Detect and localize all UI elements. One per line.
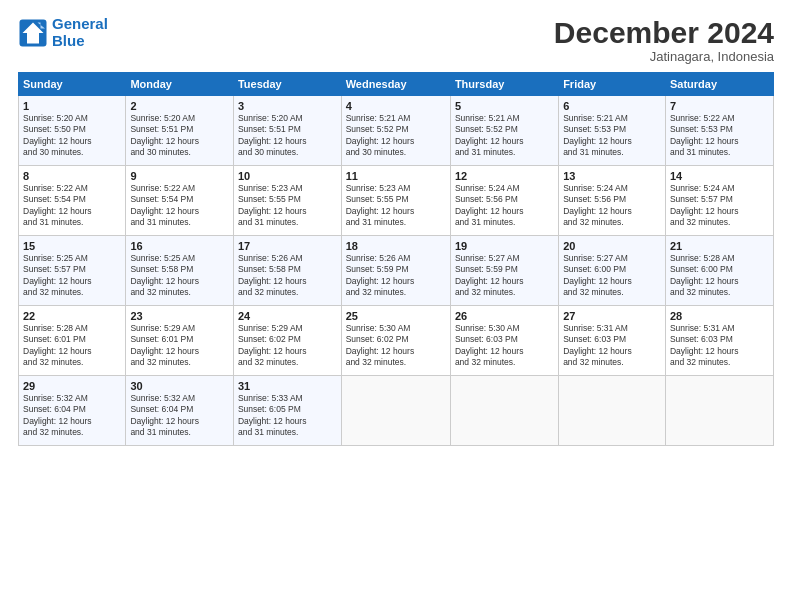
header-sunday: Sunday [19, 73, 126, 96]
day-info: Sunrise: 5:31 AMSunset: 6:03 PMDaylight:… [563, 323, 661, 369]
table-row: 27Sunrise: 5:31 AMSunset: 6:03 PMDayligh… [559, 306, 666, 376]
day-info: Sunrise: 5:24 AMSunset: 5:56 PMDaylight:… [563, 183, 661, 229]
day-info: Sunrise: 5:30 AMSunset: 6:02 PMDaylight:… [346, 323, 446, 369]
subtitle: Jatinagara, Indonesia [554, 49, 774, 64]
table-row: 24Sunrise: 5:29 AMSunset: 6:02 PMDayligh… [233, 306, 341, 376]
day-number: 6 [563, 100, 661, 112]
table-row: 21Sunrise: 5:28 AMSunset: 6:00 PMDayligh… [665, 236, 773, 306]
header-row: General Blue December 2024 Jatinagara, I… [18, 16, 774, 64]
day-number: 9 [130, 170, 229, 182]
table-row: 4Sunrise: 5:21 AMSunset: 5:52 PMDaylight… [341, 96, 450, 166]
day-number: 14 [670, 170, 769, 182]
table-row: 22Sunrise: 5:28 AMSunset: 6:01 PMDayligh… [19, 306, 126, 376]
day-info: Sunrise: 5:32 AMSunset: 6:04 PMDaylight:… [23, 393, 121, 439]
day-number: 11 [346, 170, 446, 182]
table-row: 17Sunrise: 5:26 AMSunset: 5:58 PMDayligh… [233, 236, 341, 306]
day-info: Sunrise: 5:29 AMSunset: 6:01 PMDaylight:… [130, 323, 229, 369]
day-info: Sunrise: 5:20 AMSunset: 5:51 PMDaylight:… [130, 113, 229, 159]
day-number: 4 [346, 100, 446, 112]
empty-cell [665, 376, 773, 446]
day-number: 18 [346, 240, 446, 252]
day-number: 16 [130, 240, 229, 252]
logo-text: General Blue [52, 16, 108, 49]
day-number: 28 [670, 310, 769, 322]
table-row: 15Sunrise: 5:25 AMSunset: 5:57 PMDayligh… [19, 236, 126, 306]
table-row: 1Sunrise: 5:20 AMSunset: 5:50 PMDaylight… [19, 96, 126, 166]
empty-cell [341, 376, 450, 446]
day-number: 19 [455, 240, 554, 252]
day-number: 12 [455, 170, 554, 182]
day-number: 8 [23, 170, 121, 182]
day-number: 2 [130, 100, 229, 112]
table-row: 16Sunrise: 5:25 AMSunset: 5:58 PMDayligh… [126, 236, 234, 306]
empty-cell [559, 376, 666, 446]
day-info: Sunrise: 5:33 AMSunset: 6:05 PMDaylight:… [238, 393, 337, 439]
table-row: 25Sunrise: 5:30 AMSunset: 6:02 PMDayligh… [341, 306, 450, 376]
day-number: 17 [238, 240, 337, 252]
header-tuesday: Tuesday [233, 73, 341, 96]
day-number: 27 [563, 310, 661, 322]
header-thursday: Thursday [450, 73, 558, 96]
day-number: 26 [455, 310, 554, 322]
table-row: 9Sunrise: 5:22 AMSunset: 5:54 PMDaylight… [126, 166, 234, 236]
day-info: Sunrise: 5:25 AMSunset: 5:58 PMDaylight:… [130, 253, 229, 299]
table-row: 26Sunrise: 5:30 AMSunset: 6:03 PMDayligh… [450, 306, 558, 376]
day-info: Sunrise: 5:23 AMSunset: 5:55 PMDaylight:… [346, 183, 446, 229]
table-row: 12Sunrise: 5:24 AMSunset: 5:56 PMDayligh… [450, 166, 558, 236]
table-row: 3Sunrise: 5:20 AMSunset: 5:51 PMDaylight… [233, 96, 341, 166]
day-number: 25 [346, 310, 446, 322]
day-number: 29 [23, 380, 121, 392]
day-info: Sunrise: 5:26 AMSunset: 5:58 PMDaylight:… [238, 253, 337, 299]
table-row: 23Sunrise: 5:29 AMSunset: 6:01 PMDayligh… [126, 306, 234, 376]
day-number: 5 [455, 100, 554, 112]
table-row: 28Sunrise: 5:31 AMSunset: 6:03 PMDayligh… [665, 306, 773, 376]
day-number: 31 [238, 380, 337, 392]
logo: General Blue [18, 16, 108, 49]
day-info: Sunrise: 5:23 AMSunset: 5:55 PMDaylight:… [238, 183, 337, 229]
day-number: 30 [130, 380, 229, 392]
header-saturday: Saturday [665, 73, 773, 96]
day-info: Sunrise: 5:21 AMSunset: 5:52 PMDaylight:… [455, 113, 554, 159]
day-info: Sunrise: 5:21 AMSunset: 5:52 PMDaylight:… [346, 113, 446, 159]
day-info: Sunrise: 5:20 AMSunset: 5:51 PMDaylight:… [238, 113, 337, 159]
table-row: 11Sunrise: 5:23 AMSunset: 5:55 PMDayligh… [341, 166, 450, 236]
day-info: Sunrise: 5:30 AMSunset: 6:03 PMDaylight:… [455, 323, 554, 369]
day-info: Sunrise: 5:24 AMSunset: 5:56 PMDaylight:… [455, 183, 554, 229]
day-number: 10 [238, 170, 337, 182]
day-number: 22 [23, 310, 121, 322]
day-info: Sunrise: 5:32 AMSunset: 6:04 PMDaylight:… [130, 393, 229, 439]
table-row: 2Sunrise: 5:20 AMSunset: 5:51 PMDaylight… [126, 96, 234, 166]
table-row: 7Sunrise: 5:22 AMSunset: 5:53 PMDaylight… [665, 96, 773, 166]
day-info: Sunrise: 5:28 AMSunset: 6:00 PMDaylight:… [670, 253, 769, 299]
day-number: 3 [238, 100, 337, 112]
table-row: 10Sunrise: 5:23 AMSunset: 5:55 PMDayligh… [233, 166, 341, 236]
title-block: December 2024 Jatinagara, Indonesia [554, 16, 774, 64]
table-row: 20Sunrise: 5:27 AMSunset: 6:00 PMDayligh… [559, 236, 666, 306]
day-info: Sunrise: 5:26 AMSunset: 5:59 PMDaylight:… [346, 253, 446, 299]
header-friday: Friday [559, 73, 666, 96]
logo-icon [18, 18, 48, 48]
day-info: Sunrise: 5:21 AMSunset: 5:53 PMDaylight:… [563, 113, 661, 159]
day-info: Sunrise: 5:22 AMSunset: 5:54 PMDaylight:… [130, 183, 229, 229]
table-row: 8Sunrise: 5:22 AMSunset: 5:54 PMDaylight… [19, 166, 126, 236]
day-number: 23 [130, 310, 229, 322]
table-row: 30Sunrise: 5:32 AMSunset: 6:04 PMDayligh… [126, 376, 234, 446]
day-number: 1 [23, 100, 121, 112]
calendar-table: Sunday Monday Tuesday Wednesday Thursday… [18, 72, 774, 446]
table-row: 5Sunrise: 5:21 AMSunset: 5:52 PMDaylight… [450, 96, 558, 166]
day-info: Sunrise: 5:27 AMSunset: 5:59 PMDaylight:… [455, 253, 554, 299]
table-row: 29Sunrise: 5:32 AMSunset: 6:04 PMDayligh… [19, 376, 126, 446]
day-info: Sunrise: 5:28 AMSunset: 6:01 PMDaylight:… [23, 323, 121, 369]
main-title: December 2024 [554, 16, 774, 49]
table-row: 14Sunrise: 5:24 AMSunset: 5:57 PMDayligh… [665, 166, 773, 236]
day-number: 13 [563, 170, 661, 182]
day-number: 15 [23, 240, 121, 252]
header-monday: Monday [126, 73, 234, 96]
day-info: Sunrise: 5:29 AMSunset: 6:02 PMDaylight:… [238, 323, 337, 369]
day-number: 20 [563, 240, 661, 252]
empty-cell [450, 376, 558, 446]
day-info: Sunrise: 5:31 AMSunset: 6:03 PMDaylight:… [670, 323, 769, 369]
day-info: Sunrise: 5:20 AMSunset: 5:50 PMDaylight:… [23, 113, 121, 159]
page: General Blue December 2024 Jatinagara, I… [0, 0, 792, 612]
header-wednesday: Wednesday [341, 73, 450, 96]
